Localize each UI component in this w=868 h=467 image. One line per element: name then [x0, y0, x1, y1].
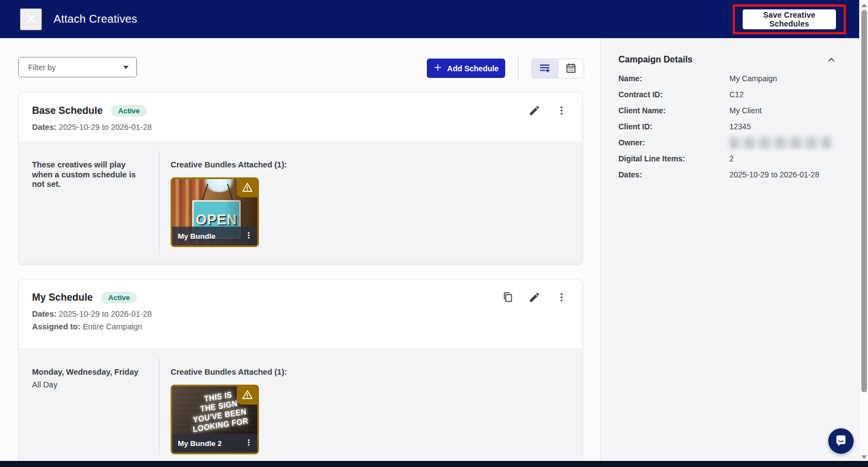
collapse-panel-button[interactable] [825, 55, 837, 67]
toolbar-divider [518, 55, 518, 81]
schedule-days: Monday, Wednesday, Friday [32, 368, 146, 377]
schedule-card-custom: My Schedule Active Dates: 2025-10-29 to … [18, 279, 583, 463]
detail-row-dates: Dates: 2025-10-29 to 2026-01-28 [618, 170, 859, 186]
add-schedule-label: Add Schedule [447, 64, 499, 73]
schedule-time: All Day [32, 380, 146, 390]
creative-bundle-tile[interactable]: THIS IS THE SIGN YOU'VE BEEN LOOKING FOR [171, 385, 259, 454]
edit-schedule-button[interactable] [527, 104, 542, 118]
detail-row-name: Name: My Campaign [618, 74, 859, 90]
schedule-list-view-icon [538, 61, 551, 76]
schedule-description: These creatives will play when a custom … [19, 142, 159, 264]
add-schedule-button[interactable]: Add Schedule [427, 59, 505, 78]
kebab-icon [556, 292, 567, 305]
warning-triangle-icon [242, 389, 253, 402]
status-badge: Active [111, 105, 147, 117]
schedule-card-header: Base Schedule Active Dates: 2025-10-29 t… [19, 93, 582, 132]
detail-row-digital-line-items: Digital Line Items: 2 [618, 154, 859, 170]
scroll-up-arrow[interactable] [861, 3, 867, 7]
campaign-details-rows: Name: My Campaign Contract ID: C12 Clien… [618, 74, 859, 186]
detail-row-client-name: Client Name: My Client [618, 106, 859, 122]
schedule-card-body: These creatives will play when a custom … [19, 141, 582, 264]
bundles-attached-label: Creative Bundles Attached (1): [171, 368, 582, 376]
attach-creatives-screen: Attach Creatives Save Creative Schedules… [0, 0, 868, 467]
close-button[interactable] [20, 8, 42, 30]
bundles-attached-label: Creative Bundles Attached (1): [171, 160, 582, 169]
dates-label: Dates: [32, 123, 56, 132]
creative-bundle-tile[interactable]: OPEN SHOP My Bundle [171, 177, 259, 247]
scrollbar-thumb[interactable] [861, 10, 867, 392]
bundle-name-bar: My Bundle 2 [172, 434, 257, 453]
chevron-down-icon [123, 66, 129, 69]
pencil-icon [528, 291, 541, 305]
campaign-details-panel: Campaign Details Name: My Campaign Contr… [600, 38, 859, 467]
dates-value: 2025-10-29 to 2026-01-28 [59, 309, 152, 318]
schedule-card-body: Monday, Wednesday, Friday All Day Creati… [19, 349, 582, 463]
detail-row-client-id: Client ID: 12345 [618, 122, 859, 138]
warning-triangle-icon [242, 182, 253, 195]
owner-value-redacted [729, 137, 832, 149]
bundle-menu-button[interactable] [243, 438, 254, 449]
schedule-title: My Schedule [32, 292, 93, 303]
annotation-highlight-box: Save Creative Schedules [733, 4, 846, 34]
status-badge: Active [101, 292, 137, 303]
close-icon [25, 13, 37, 26]
schedule-toolbar: Filter by Add Schedule [0, 38, 600, 82]
chevron-up-icon [826, 55, 837, 67]
plus-icon [433, 63, 442, 74]
schedule-list-view-button[interactable] [532, 59, 558, 78]
main-content: Filter by Add Schedule [0, 38, 600, 467]
view-toggle-group [531, 59, 584, 78]
chat-support-button[interactable] [828, 428, 854, 454]
calendar-icon [565, 62, 577, 76]
schedule-card-header: My Schedule Active Dates: 2025-10-29 to … [19, 280, 582, 331]
bundle-name: My Bundle [178, 232, 243, 240]
detail-row-contract-id: Contract ID: C12 [618, 90, 859, 106]
bundle-name: My Bundle 2 [178, 439, 243, 448]
campaign-details-title: Campaign Details [618, 55, 692, 64]
schedule-menu-button[interactable] [554, 291, 569, 305]
warning-badge [237, 386, 257, 405]
duplicate-schedule-button[interactable] [500, 291, 515, 305]
assigned-to-label: Assigned to: [32, 322, 81, 331]
page-title: Attach Creatives [54, 13, 137, 25]
chat-bubble-icon [834, 433, 848, 449]
assigned-to-value: Entire Campaign [83, 322, 142, 331]
schedule-menu-button[interactable] [554, 104, 569, 118]
save-creative-schedules-button[interactable]: Save Creative Schedules [743, 9, 836, 29]
schedule-card-base: Base Schedule Active Dates: 2025-10-29 t… [18, 92, 583, 264]
warning-badge [237, 179, 257, 197]
window-bottom-edge [0, 461, 868, 467]
pencil-icon [528, 104, 541, 118]
schedule-title: Base Schedule [32, 105, 103, 117]
dates-value: 2025-10-29 to 2026-01-28 [59, 123, 152, 132]
bundle-menu-button[interactable] [243, 230, 254, 242]
bundle-name-bar: My Bundle [172, 227, 257, 245]
kebab-icon [245, 231, 253, 241]
kebab-icon [245, 438, 253, 448]
kebab-icon [556, 105, 567, 118]
app-header: Attach Creatives Save Creative Schedules [0, 0, 859, 38]
copy-icon [502, 291, 514, 305]
edit-schedule-button[interactable] [527, 291, 542, 305]
detail-row-owner: Owner: [618, 138, 859, 154]
dates-label: Dates: [32, 309, 56, 318]
filter-by-label: Filter by [28, 63, 123, 72]
calendar-view-button[interactable] [558, 59, 584, 78]
vertical-scrollbar [859, 0, 868, 467]
scroll-down-arrow[interactable] [861, 455, 867, 459]
filter-by-select[interactable]: Filter by [18, 57, 137, 77]
